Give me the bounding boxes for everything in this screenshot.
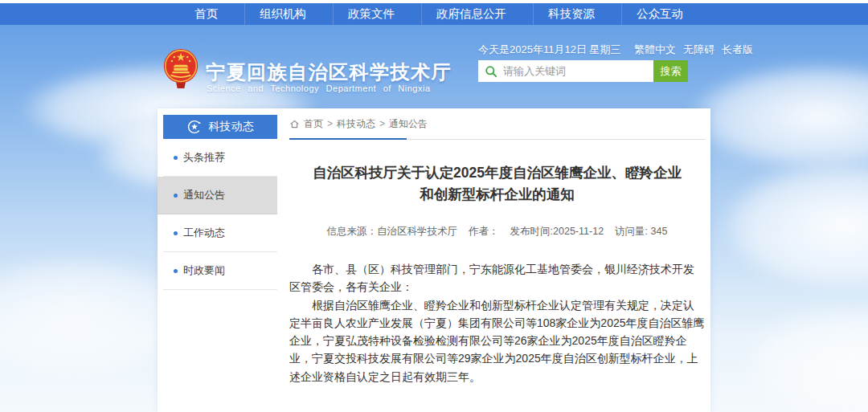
- tech-news-icon: [187, 120, 202, 134]
- sidebar-item-work-updates[interactable]: 工作动态: [163, 214, 277, 252]
- search-input[interactable]: [497, 60, 653, 82]
- article-paragraph: 各市、县（区）科技管理部门，宁东能源化工基地管委会，银川经济技术开发区管委会，各…: [289, 260, 705, 296]
- article-title: 自治区科技厅关于认定2025年度自治区雏鹰企业、瞪羚企业 和创新型标杆企业的通知: [289, 162, 705, 206]
- sidebar-item-headlines[interactable]: 头条推荐: [163, 139, 277, 177]
- sidebar-item-notices[interactable]: 通知公告: [158, 177, 277, 214]
- page: 首页 组织机构 政策文件 政府信息公开 科技资源 公众互动 宁夏回族自治区科学技…: [0, 0, 868, 412]
- breadcrumb-divider: [289, 138, 705, 141]
- sidebar: 科技动态 头条推荐 通知公告 工作动态 时政要闻: [163, 115, 277, 290]
- meta-visits: 访问量: 345: [615, 226, 667, 237]
- sidebar-title: 科技动态: [209, 120, 254, 134]
- nav-item-public-interaction[interactable]: 公众互动: [621, 3, 698, 25]
- article-meta: 信息来源：自治区科学技术厅作者：发布时间:2025-11-12访问量: 345: [289, 225, 705, 239]
- search-bar: 搜索: [478, 60, 688, 82]
- content-wrapper: 科技动态 头条推荐 通知公告 工作动态 时政要闻: [158, 108, 710, 412]
- link-traditional-chinese[interactable]: 繁體中文: [634, 43, 676, 57]
- meta-author: 作者：: [469, 226, 499, 237]
- cloud-decoration: [747, 305, 868, 412]
- nav-item-organization[interactable]: 组织机构: [244, 3, 321, 25]
- link-elderly-version[interactable]: 长者版: [722, 43, 753, 57]
- sidebar-item-label: 时政要闻: [183, 263, 225, 278]
- article-paragraph: 根据自治区雏鹰企业、瞪羚企业和创新型标杆企业认定管理有关规定，决定认定半亩良人农…: [289, 296, 705, 385]
- nav-item-tech-resources[interactable]: 科技资源: [533, 3, 609, 25]
- breadcrumb-tech-news[interactable]: 科技动态: [337, 117, 375, 131]
- breadcrumb-notices[interactable]: 通知公告: [389, 117, 428, 131]
- nav-item-policy-documents[interactable]: 政策文件: [333, 3, 409, 25]
- bullet-icon: [174, 156, 178, 160]
- sidebar-header: 科技动态: [163, 115, 277, 139]
- meta-publish-time: 发布时间:2025-11-12: [510, 226, 604, 237]
- breadcrumb-separator: >: [379, 118, 385, 129]
- breadcrumb: 首页 > 科技动态 > 通知公告: [289, 116, 705, 131]
- header-date: 今天是2025年11月12日 星期三: [478, 43, 621, 57]
- article-body: 各市、县（区）科技管理部门，宁东能源化工基地管委会，银川经济技术开发区管委会，各…: [289, 260, 705, 385]
- nav-item-home[interactable]: 首页: [180, 3, 232, 25]
- meta-source: 信息来源：自治区科学技术厅: [327, 226, 458, 237]
- article-title-line2: 和创新型标杆企业的通知: [289, 184, 705, 206]
- search-button[interactable]: 搜索: [653, 60, 688, 82]
- bullet-icon: [174, 269, 178, 273]
- cloud-decoration: [723, 161, 868, 289]
- sidebar-item-label: 通知公告: [183, 188, 225, 202]
- quick-links: 繁體中文 无障碍 长者版: [634, 43, 753, 57]
- main-content: 首页 > 科技动态 > 通知公告 自治区科技厅关于认定2025年度自治区雏鹰企业…: [289, 116, 705, 412]
- sidebar-menu: 头条推荐 通知公告 工作动态 时政要闻: [163, 139, 277, 290]
- site-subtitle: Science and Technology Department of Nin…: [207, 84, 433, 93]
- nav-item-gov-info-disclosure[interactable]: 政府信息公开: [421, 3, 521, 25]
- search-icon: [485, 65, 497, 78]
- main-navbar: 首页 组织机构 政策文件 政府信息公开 科技资源 公众互动: [0, 3, 868, 25]
- bullet-icon: [174, 231, 178, 235]
- sidebar-item-politics-news[interactable]: 时政要闻: [163, 252, 277, 290]
- breadcrumb-separator: >: [327, 118, 333, 129]
- cloud-decoration: [691, 64, 868, 169]
- sidebar-item-label: 头条推荐: [183, 150, 225, 165]
- national-emblem-icon: [162, 48, 199, 90]
- sidebar-item-label: 工作动态: [183, 226, 225, 240]
- breadcrumb-home[interactable]: 首页: [304, 117, 323, 131]
- home-icon: [289, 119, 300, 129]
- link-accessibility[interactable]: 无障碍: [683, 43, 714, 57]
- site-title: 宁夏回族自治区科学技术厅: [206, 59, 452, 85]
- search-box: [478, 60, 653, 82]
- article-title-line1: 自治区科技厅关于认定2025年度自治区雏鹰企业、瞪羚企业: [289, 162, 705, 184]
- bullet-icon: [174, 194, 178, 198]
